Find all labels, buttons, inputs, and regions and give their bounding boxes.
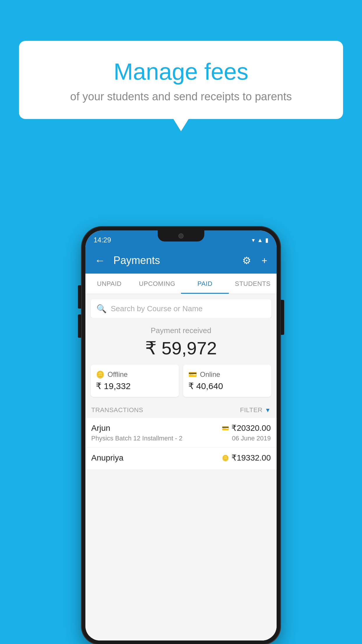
transaction-top-anupriya: Anupriya 🪙 ₹19332.00 <box>91 453 271 463</box>
online-card: 💳 Online ₹ 40,640 <box>183 365 271 397</box>
app-title: Payments <box>113 254 234 267</box>
signal-icon: ▲ <box>257 237 263 244</box>
phone-frame: 14:29 ▾ ▲ ▮ ← Payments ⚙ + UNPAID <box>82 227 280 644</box>
transaction-amount-anupriya: ₹19332.00 <box>231 453 271 463</box>
transaction-name-arjun: Arjun <box>91 424 110 433</box>
phone-outer: 14:29 ▾ ▲ ▮ ← Payments ⚙ + UNPAID <box>82 227 280 644</box>
settings-button[interactable]: ⚙ <box>240 252 253 269</box>
payment-cards: 🪙 Offline ₹ 19,332 💳 Online ₹ 40,640 <box>85 365 277 402</box>
phone-screen: 14:29 ▾ ▲ ▮ ← Payments ⚙ + UNPAID <box>85 230 277 640</box>
filter-label: FILTER <box>240 406 263 414</box>
transactions-label: TRANSACTIONS <box>91 406 143 414</box>
bubble-subtitle: of your students and send receipts to pa… <box>34 90 328 103</box>
tab-paid[interactable]: PAID <box>181 274 229 294</box>
phone-notch <box>158 230 204 242</box>
online-payment-icon: 💳 <box>222 425 229 432</box>
transaction-name-anupriya: Anupriya <box>91 453 124 463</box>
table-row[interactable]: Arjun 💳 ₹20320.00 Physics Batch 12 Insta… <box>85 418 277 448</box>
speech-bubble: Manage fees of your students and send re… <box>19 41 343 119</box>
offline-payment-icon: 🪙 <box>222 454 229 461</box>
speech-bubble-container: Manage fees of your students and send re… <box>19 41 343 119</box>
tabs: UNPAID UPCOMING PAID STUDENTS <box>85 274 277 294</box>
offline-label: Offline <box>108 370 128 379</box>
transaction-amount-arjun: ₹20320.00 <box>231 423 271 433</box>
table-row[interactable]: Anupriya 🪙 ₹19332.00 <box>85 448 277 470</box>
online-icon: 💳 <box>188 370 197 379</box>
online-card-header: 💳 Online <box>188 370 266 379</box>
transaction-amount-wrap-anupriya: 🪙 ₹19332.00 <box>222 453 271 463</box>
offline-card: 🪙 Offline ₹ 19,332 <box>91 365 179 397</box>
transaction-date-arjun: 06 June 2019 <box>232 435 271 442</box>
filter-button[interactable]: FILTER ▼ <box>240 406 271 414</box>
filter-icon: ▼ <box>265 407 271 414</box>
wifi-icon: ▾ <box>252 237 255 244</box>
search-bar[interactable]: 🔍 Search by Course or Name <box>91 299 271 318</box>
transaction-bottom-arjun: Physics Batch 12 Installment - 2 06 June… <box>91 435 271 442</box>
search-icon: 🔍 <box>96 304 107 314</box>
transaction-top-arjun: Arjun 💳 ₹20320.00 <box>91 423 271 433</box>
app-bar: ← Payments ⚙ + <box>85 247 277 274</box>
content-area: 🔍 Search by Course or Name Payment recei… <box>85 294 277 640</box>
offline-icon: 🪙 <box>96 370 105 379</box>
add-button[interactable]: + <box>259 253 270 269</box>
offline-card-header: 🪙 Offline <box>96 370 174 379</box>
search-placeholder-text: Search by Course or Name <box>111 304 203 313</box>
back-button[interactable]: ← <box>92 252 108 269</box>
offline-amount: ₹ 19,332 <box>96 381 174 391</box>
payment-received-section: Payment received ₹ 59,972 <box>85 318 277 365</box>
payment-received-amount: ₹ 59,972 <box>91 337 271 359</box>
status-time: 14:29 <box>94 236 111 244</box>
transaction-amount-wrap-arjun: 💳 ₹20320.00 <box>222 423 271 433</box>
online-label: Online <box>200 370 220 379</box>
bubble-title: Manage fees <box>34 58 328 85</box>
tab-students[interactable]: STUDENTS <box>229 274 277 294</box>
status-icons: ▾ ▲ ▮ <box>252 237 268 244</box>
online-amount: ₹ 40,640 <box>188 381 266 391</box>
transactions-header: TRANSACTIONS FILTER ▼ <box>85 402 277 418</box>
tab-unpaid[interactable]: UNPAID <box>85 274 133 294</box>
battery-icon: ▮ <box>265 237 268 244</box>
tab-upcoming[interactable]: UPCOMING <box>133 274 181 294</box>
transaction-course-arjun: Physics Batch 12 Installment - 2 <box>91 435 182 442</box>
phone-inner: 14:29 ▾ ▲ ▮ ← Payments ⚙ + UNPAID <box>85 230 277 640</box>
payment-received-label: Payment received <box>91 326 271 335</box>
camera <box>178 233 184 239</box>
